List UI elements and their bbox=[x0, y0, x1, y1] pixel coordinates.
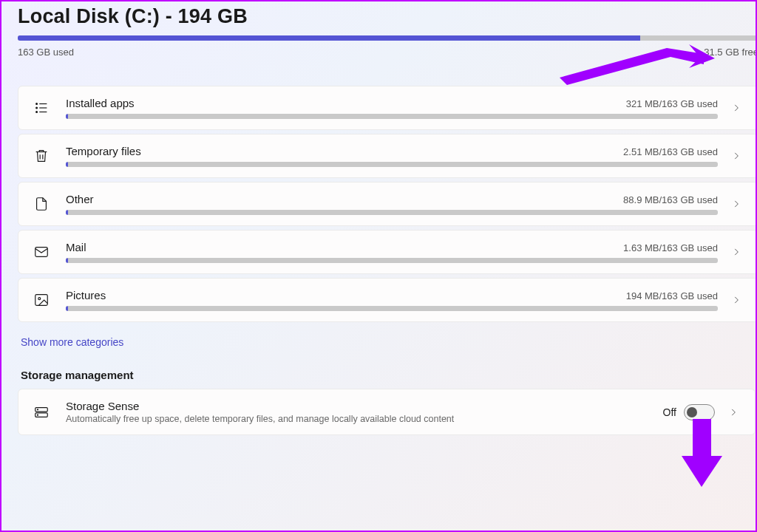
category-row-trash[interactable]: Temporary files2.51 MB/163 GB used bbox=[18, 134, 757, 178]
category-bar bbox=[66, 162, 718, 167]
storage-sense-toggle[interactable] bbox=[684, 404, 715, 420]
category-bar bbox=[66, 306, 718, 311]
chevron-right-icon[interactable] bbox=[728, 247, 744, 257]
category-usage: 2.51 MB/163 GB used bbox=[623, 146, 718, 157]
category-bar bbox=[66, 210, 718, 215]
storage-sense-description: Automatically free up space, delete temp… bbox=[66, 414, 653, 424]
chevron-right-icon[interactable] bbox=[728, 151, 744, 161]
svg-point-4 bbox=[36, 112, 38, 113]
category-name: Installed apps bbox=[66, 97, 135, 109]
disk-used-label: 163 GB used bbox=[18, 47, 74, 58]
category-usage: 1.63 MB/163 GB used bbox=[623, 242, 718, 253]
disk-usage-bar-fill bbox=[18, 35, 640, 41]
storage-sense-toggle-label: Off bbox=[663, 406, 676, 418]
category-usage: 194 MB/163 GB used bbox=[626, 290, 718, 301]
storage-sense-icon bbox=[32, 403, 51, 422]
disk-usage-bar bbox=[18, 35, 757, 41]
disk-free-label: 31.5 GB free bbox=[704, 47, 757, 58]
svg-rect-9 bbox=[35, 295, 48, 306]
category-row-pictures[interactable]: Pictures194 MB/163 GB used bbox=[18, 278, 757, 322]
category-name: Temporary files bbox=[66, 145, 141, 157]
category-row-other[interactable]: Other88.9 MB/163 GB used bbox=[18, 182, 757, 226]
svg-marker-18 bbox=[682, 456, 722, 487]
category-bar-fill bbox=[66, 306, 68, 311]
category-row-apps[interactable]: Installed apps321 MB/163 GB used bbox=[18, 86, 757, 130]
svg-point-10 bbox=[38, 298, 41, 300]
storage-sense-row[interactable]: Storage Sense Automatically free up spac… bbox=[18, 389, 756, 435]
category-name: Mail bbox=[66, 241, 86, 253]
category-usage: 88.9 MB/163 GB used bbox=[623, 194, 718, 205]
other-icon bbox=[32, 194, 51, 214]
toggle-knob bbox=[687, 407, 697, 417]
svg-rect-8 bbox=[35, 248, 48, 257]
category-usage: 321 MB/163 GB used bbox=[626, 98, 718, 109]
svg-point-14 bbox=[37, 415, 38, 415]
chevron-right-icon[interactable] bbox=[728, 295, 744, 305]
category-bar bbox=[66, 258, 718, 263]
chevron-right-icon[interactable] bbox=[728, 103, 744, 113]
chevron-right-icon[interactable] bbox=[728, 199, 744, 209]
mail-icon bbox=[32, 242, 51, 262]
show-more-categories-link[interactable]: Show more categories bbox=[21, 336, 123, 348]
svg-point-13 bbox=[37, 409, 38, 409]
chevron-right-icon[interactable] bbox=[725, 407, 741, 417]
storage-management-heading: Storage management bbox=[21, 369, 756, 381]
svg-point-2 bbox=[36, 107, 38, 109]
category-row-mail[interactable]: Mail1.63 MB/163 GB used bbox=[18, 230, 757, 274]
trash-icon bbox=[32, 146, 51, 166]
category-bar-fill bbox=[66, 210, 68, 215]
page-title: Local Disk (C:) - 194 GB bbox=[18, 5, 756, 28]
category-name: Other bbox=[66, 193, 94, 205]
category-name: Pictures bbox=[66, 289, 106, 301]
apps-icon bbox=[32, 98, 51, 117]
storage-sense-title: Storage Sense bbox=[66, 400, 653, 412]
pictures-icon bbox=[32, 290, 51, 310]
svg-point-0 bbox=[36, 103, 38, 105]
category-bar bbox=[66, 114, 718, 119]
category-bar-fill bbox=[66, 162, 68, 167]
category-bar-fill bbox=[66, 114, 68, 119]
category-bar-fill bbox=[66, 258, 68, 263]
